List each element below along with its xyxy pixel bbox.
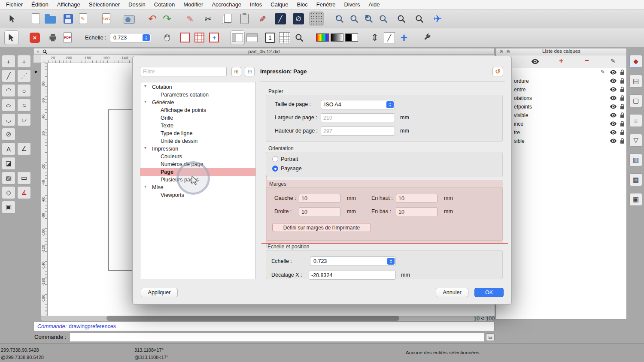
view-list-button[interactable]: ≡	[629, 114, 642, 127]
grayscale-button[interactable]	[330, 30, 344, 45]
layer-row[interactable]: ✎	[496, 68, 626, 77]
filter-input[interactable]	[140, 67, 227, 76]
portrait-radio[interactable]: Portrait	[272, 156, 298, 162]
select-cursor-button[interactable]	[5, 12, 20, 26]
page-size-select[interactable]: ISO A4 ▴▾	[321, 100, 395, 109]
expand-all-button[interactable]: ⊞	[231, 67, 241, 76]
left-panel-toggle-button[interactable]	[230, 30, 245, 45]
snap-center-tool[interactable]: +	[17, 55, 31, 68]
paste-button[interactable]	[237, 12, 252, 26]
menu-calque[interactable]: Calque	[266, 0, 292, 9]
screen-linetype-button[interactable]: +	[207, 30, 222, 45]
bitmap-export-button[interactable]	[122, 12, 137, 26]
property-editor-button[interactable]: ◆	[629, 55, 642, 68]
menu-cotation[interactable]: Cotation	[150, 0, 179, 9]
layer-lock-icon[interactable]	[620, 138, 625, 144]
edit-layer-icon[interactable]: ✎	[611, 57, 616, 64]
menu-modifier[interactable]: Modifier	[179, 0, 207, 9]
dialog-scale-select[interactable]: 0.723 ▴▾	[310, 256, 396, 266]
command-input[interactable]	[70, 332, 484, 342]
cut-button[interactable]: ✂	[201, 12, 216, 26]
apply-button[interactable]: Appliquer	[141, 288, 178, 297]
layer-visibility-icon[interactable]	[610, 130, 617, 135]
settings-button[interactable]	[420, 30, 434, 45]
linetype-button[interactable]: ╱	[273, 12, 288, 26]
layer-row[interactable]: otations	[496, 94, 626, 103]
zoom-window-button[interactable]	[412, 12, 427, 26]
pdf-export-button[interactable]: ​PDF	[60, 30, 75, 45]
layer-lock-icon[interactable]	[620, 103, 625, 110]
menu-aide[interactable]: Aide	[364, 0, 384, 9]
blackwhite-button[interactable]	[344, 30, 359, 45]
pan-hand-button[interactable]	[160, 30, 174, 45]
undo-button[interactable]: ↶	[145, 12, 160, 26]
open-file-button[interactable]	[43, 12, 58, 26]
line-tool[interactable]: ╱	[2, 69, 15, 82]
margin-top-input[interactable]	[396, 194, 437, 203]
menu-accrochage[interactable]: Accrochage	[207, 0, 246, 9]
command-panel-button[interactable]: ▤	[486, 333, 495, 341]
layer-row[interactable]: entre	[496, 85, 626, 94]
solid-tool[interactable]: ▣	[2, 201, 15, 214]
tree-item-unite-de-dessin[interactable]: Unité de dessin	[140, 137, 255, 145]
scale-select[interactable]: 0.723 ▴▾	[110, 33, 151, 42]
tree-item-cotation[interactable]: ▾Cotation	[140, 83, 255, 91]
layer-row[interactable]: sible	[496, 137, 626, 145]
pan-zoom-button[interactable]: ✈	[430, 12, 445, 26]
layer-visibility-icon[interactable]	[610, 69, 617, 75]
selection-tool-button[interactable]	[4, 30, 19, 45]
remove-layer-icon[interactable]: −	[585, 57, 589, 65]
toggle-visibility-icon[interactable]	[532, 59, 539, 64]
screen-grid-button[interactable]	[192, 30, 207, 45]
filter-button[interactable]: ▽	[629, 134, 642, 147]
ok-button[interactable]: OK	[474, 288, 504, 297]
zoom-redraw-button[interactable]: ◌	[376, 12, 391, 26]
hatch-tool[interactable]: ▨	[2, 172, 15, 184]
layer-visibility-icon[interactable]	[610, 121, 617, 127]
layer-visibility-icon[interactable]	[610, 87, 617, 92]
redo-button[interactable]: ↷	[160, 12, 174, 26]
new-document-button[interactable]	[28, 12, 43, 26]
zoom-in-button[interactable]: +	[332, 12, 347, 26]
edit-drawing-button[interactable]: ✎	[76, 12, 90, 26]
layer-lock-icon[interactable]	[620, 78, 625, 84]
tree-item-parametres-cotation[interactable]: Paramètres cotation	[140, 91, 255, 99]
auto-zoom-button[interactable]: ▣	[361, 12, 376, 26]
save-button[interactable]	[61, 12, 76, 26]
crosshair-button[interactable]: +	[397, 30, 411, 45]
menu-fichier[interactable]: Fichier	[2, 0, 27, 9]
close-drawing-button[interactable]: ×	[27, 30, 42, 45]
layer-row[interactable]: ordure	[496, 77, 626, 85]
svg-export-button[interactable]: SVG	[99, 12, 113, 26]
zoom-out-button[interactable]: −	[347, 12, 361, 26]
menu-dessin[interactable]: Dessin	[124, 0, 150, 9]
lineweight-button[interactable]: ⇕	[368, 30, 382, 45]
menu-divers[interactable]: Divers	[340, 0, 365, 9]
menu-infos[interactable]: Infos	[246, 0, 266, 9]
snap-angle-tool[interactable]: ∡	[17, 186, 31, 199]
reset-button[interactable]: ↺	[492, 67, 503, 76]
spline-tool[interactable]: ≈	[17, 99, 31, 112]
layer-visibility-icon[interactable]	[610, 112, 617, 118]
margin-left-input[interactable]	[299, 194, 340, 203]
block-list-button[interactable]: ▢	[629, 94, 642, 107]
menu-bloc[interactable]: Bloc	[292, 0, 312, 9]
draw-pencil-button[interactable]: ✎	[183, 12, 197, 26]
layer-lock-icon[interactable]	[620, 112, 625, 118]
copy-button[interactable]	[219, 12, 234, 26]
part-outline[interactable]	[108, 109, 133, 271]
layer-lock-icon[interactable]	[620, 69, 625, 75]
command-history-button[interactable]: ▦	[629, 173, 642, 186]
polyline-edit-button[interactable]: ╱	[382, 30, 397, 45]
layer-lock-icon[interactable]	[620, 86, 625, 93]
layer-row[interactable]: ince	[496, 120, 626, 128]
layer-lock-icon[interactable]	[620, 95, 625, 101]
tree-item-grille[interactable]: Grille	[140, 114, 255, 122]
polygon-tool[interactable]: ▱	[17, 113, 31, 126]
measure-tool[interactable]: ▭	[17, 172, 31, 184]
layer-lock-icon[interactable]	[620, 129, 625, 136]
image-tool[interactable]: ◪	[2, 157, 15, 170]
menu-fenetre[interactable]: Fenêtre	[312, 0, 340, 9]
print-button[interactable]	[46, 30, 60, 45]
margin-bottom-input[interactable]	[396, 207, 437, 216]
